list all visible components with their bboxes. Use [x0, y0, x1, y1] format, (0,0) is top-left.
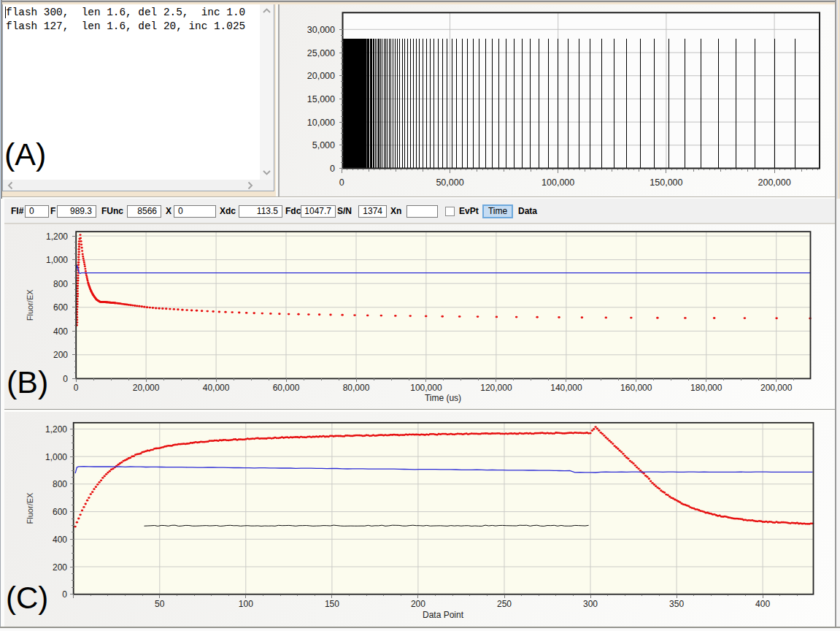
- svg-text:80,000: 80,000: [343, 383, 370, 393]
- svg-text:50: 50: [155, 599, 165, 609]
- svg-text:20,000: 20,000: [307, 71, 335, 81]
- svg-text:0: 0: [62, 589, 67, 600]
- svg-text:30,000: 30,000: [307, 25, 335, 35]
- svg-text:160,000: 160,000: [620, 383, 652, 393]
- svg-text:400: 400: [755, 599, 770, 609]
- svg-text:200,000: 200,000: [760, 383, 793, 393]
- svg-text:50,000: 50,000: [436, 177, 463, 188]
- svg-text:0: 0: [63, 374, 68, 384]
- svg-text:300: 300: [583, 599, 598, 609]
- svg-text:250: 250: [497, 599, 512, 609]
- svg-text:40,000: 40,000: [203, 383, 230, 393]
- svg-text:140,000: 140,000: [550, 383, 582, 393]
- svg-text:1,000: 1,000: [45, 452, 67, 462]
- svg-text:100,000: 100,000: [542, 177, 574, 188]
- svg-text:0: 0: [74, 383, 79, 393]
- svg-text:5,000: 5,000: [312, 140, 335, 150]
- svg-text:60,000: 60,000: [273, 383, 300, 393]
- svg-text:Fluor/EX: Fluor/EX: [26, 492, 34, 524]
- svg-text:150,000: 150,000: [650, 177, 682, 188]
- svg-text:1,000: 1,000: [46, 255, 68, 265]
- svg-text:400: 400: [53, 326, 68, 337]
- svg-text:600: 600: [53, 507, 67, 517]
- svg-text:0: 0: [339, 177, 344, 188]
- svg-text:200: 200: [53, 562, 67, 573]
- svg-text:800: 800: [53, 479, 67, 489]
- svg-text:200: 200: [411, 599, 425, 609]
- svg-text:800: 800: [53, 279, 68, 289]
- svg-text:200: 200: [53, 350, 68, 360]
- svg-text:200,000: 200,000: [758, 177, 791, 188]
- svg-text:10,000: 10,000: [307, 118, 335, 128]
- svg-text:0: 0: [330, 164, 335, 174]
- svg-text:1,200: 1,200: [45, 424, 67, 435]
- svg-text:180,000: 180,000: [690, 383, 723, 393]
- svg-text:100: 100: [239, 599, 253, 609]
- svg-text:350: 350: [669, 599, 684, 609]
- svg-text:25,000: 25,000: [307, 48, 335, 58]
- svg-text:120,000: 120,000: [480, 383, 512, 393]
- svg-text:20,000: 20,000: [133, 383, 160, 393]
- svg-text:1,200: 1,200: [46, 232, 68, 242]
- svg-text:Fluor/EX: Fluor/EX: [26, 289, 35, 321]
- svg-text:15,000: 15,000: [307, 94, 335, 104]
- svg-text:Data Point: Data Point: [423, 610, 464, 620]
- svg-text:150: 150: [325, 599, 339, 609]
- svg-text:100,000: 100,000: [410, 383, 442, 393]
- svg-text:400: 400: [53, 535, 67, 545]
- svg-text:600: 600: [53, 302, 68, 313]
- svg-text:Time (us): Time (us): [425, 393, 461, 403]
